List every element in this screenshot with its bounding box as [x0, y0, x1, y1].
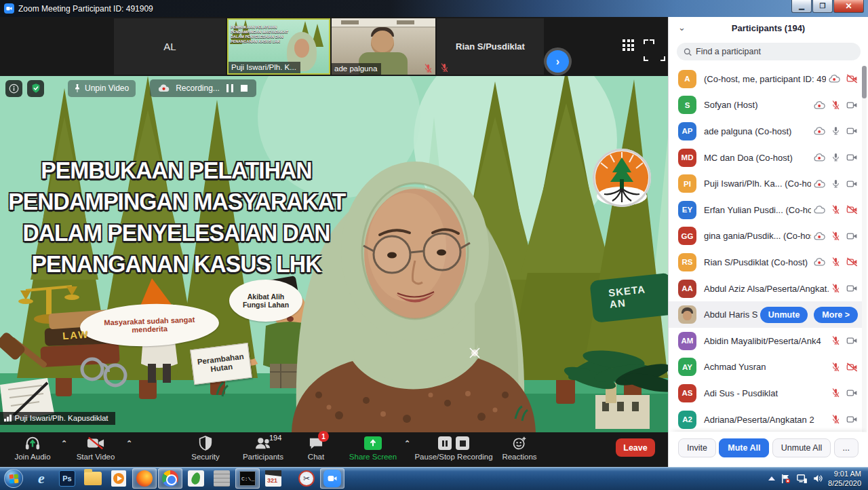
video-options-caret[interactable]: ⌃ [126, 439, 132, 448]
more-options-button[interactable]: ... [834, 438, 859, 457]
unmute-all-button[interactable]: Unmute All [772, 438, 831, 457]
fullscreen-icon[interactable] [644, 39, 654, 50]
share-options-caret[interactable]: ⌃ [404, 439, 410, 448]
invite-button[interactable]: Invite [678, 438, 716, 457]
participant-row[interactable]: A2Adriana/Peserta/Angkatan 2 [669, 407, 863, 432]
mic-icon [831, 126, 840, 136]
filmstrip-tile-puji[interactable]: PEMBUKAAN PELATIHANPENDAMPINGAN MASYARAK… [227, 18, 330, 75]
taskbar-snipping-tool-icon[interactable]: ✂ [294, 468, 319, 489]
taskbar-media-player-classic-icon[interactable]: 321 [261, 468, 285, 489]
camera-off-icon [87, 435, 104, 451]
participant-list-scrollbar[interactable] [862, 66, 867, 432]
unmute-button[interactable]: Unmute [760, 307, 808, 323]
pause-stop-recording-button[interactable]: Pause/Stop Recording [411, 435, 496, 461]
encryption-shield-icon[interactable] [27, 80, 44, 97]
stop-recording-icon[interactable] [240, 84, 248, 92]
taskbar-bricks-app-icon[interactable] [210, 468, 234, 489]
participant-name: Abdul Aziz Alsa/Peserta/Angkat... [704, 284, 829, 294]
cloud-recording-icon [814, 257, 825, 267]
reactions-button[interactable]: Reactions [499, 435, 540, 461]
participant-row[interactable]: SSofyan (Host) [669, 92, 863, 119]
mute-all-button[interactable]: Mute All [719, 438, 769, 457]
close-button[interactable]: ✕ [833, 0, 864, 13]
meeting-info-button[interactable] [5, 80, 22, 97]
signal-strength-icon [4, 415, 12, 421]
security-button[interactable]: Security [184, 435, 226, 461]
window-title: Zoom Meeting Participant ID: 491909 [18, 4, 153, 14]
stop-recording-icon [456, 436, 469, 450]
muted-mic-icon [831, 204, 840, 215]
chat-button[interactable]: 1 Chat [301, 435, 331, 461]
protest-sign: Perambahan Hutan [190, 343, 252, 385]
start-button[interactable] [4, 469, 23, 488]
sketa-label: SKETAAN [608, 283, 647, 310]
network-icon[interactable] [796, 474, 807, 483]
action-center-flag-icon[interactable] [781, 474, 791, 484]
taskbar-internet-explorer-icon[interactable]: e [29, 468, 54, 489]
avatar: AY [678, 358, 696, 376]
participant-name: (Co-host, me, participant ID: 4919 [704, 74, 826, 84]
share-screen-button[interactable]: Share Screen [346, 435, 400, 461]
audio-options-caret[interactable]: ⌃ [61, 439, 67, 448]
participant-row[interactable]: AYAchmad Yusran [669, 354, 863, 381]
participant-row[interactable]: ASAdi Sus - Pusdiklat [669, 380, 863, 407]
camera-icon [846, 284, 858, 293]
taskbar-coreldraw-icon[interactable] [184, 468, 208, 489]
join-audio-button[interactable]: Join Audio [7, 435, 58, 461]
camera-off-icon [846, 74, 858, 83]
taskbar-media-player-icon[interactable] [106, 468, 131, 489]
participant-row[interactable]: EYErfan Yulian Pusdi... (Co-host) [669, 197, 863, 223]
search-input[interactable] [696, 47, 854, 56]
pin-icon [73, 83, 81, 93]
participant-name: Sofyan (Host) [704, 100, 811, 110]
chevron-down-icon[interactable]: ⌄ [678, 22, 686, 33]
taskbar-chrome-icon[interactable] [158, 468, 182, 489]
participant-row[interactable]: A(Co-host, me, participant ID: 4919 [669, 66, 863, 92]
taskbar-file-explorer-icon[interactable] [81, 468, 105, 489]
filmstrip-tile-rian[interactable]: Rian S/Pusdiklat [437, 18, 544, 75]
camera-icon [846, 415, 858, 424]
taskbar-photoshop-icon[interactable]: Ps [55, 468, 79, 489]
participants-button[interactable]: 194 Participants [236, 435, 290, 461]
taskbar-command-prompt-icon[interactable]: C:\_ [235, 468, 260, 489]
chat-bubble-icon: 1 [309, 435, 323, 451]
unpin-video-button[interactable]: Unpin Video [68, 80, 136, 97]
participant-row[interactable]: AAAbdul Aziz Alsa/Peserta/Angkat... [669, 276, 863, 302]
avatar: A [678, 70, 696, 88]
gallery-view-icon[interactable] [623, 39, 634, 51]
more-button[interactable]: More > [814, 307, 858, 323]
participants-count: 194 [269, 434, 281, 442]
next-page-arrow-button[interactable]: › [547, 50, 569, 73]
participant-row[interactable]: MDMC dan Doa (Co-host) [669, 145, 863, 171]
main-video-area: PEMBUKAAN PELATIHANPENDAMPINGAN MASYARAK… [0, 76, 668, 432]
participant-name: Achmad Yusran [704, 362, 829, 372]
participant-name: Rian S/Pusdiklat [437, 18, 544, 75]
participant-row[interactable]: Abdul Haris Se...UnmuteMore > [669, 301, 863, 328]
participant-row[interactable]: RSRian S/Pusdiklat (Co-host) [669, 249, 863, 276]
taskbar-zoom-icon[interactable] [320, 468, 344, 489]
leave-button[interactable]: Leave [616, 438, 655, 457]
taskbar-firefox-icon[interactable] [132, 468, 157, 489]
participant-row[interactable]: AMAbidin Mayalibit/Peserta/Ank4 [669, 328, 863, 354]
filmstrip-tile-al[interactable]: AL [114, 18, 226, 75]
minimize-button[interactable]: ▁ [791, 0, 812, 13]
pause-recording-icon[interactable] [226, 84, 234, 92]
camera-off-icon [846, 205, 858, 214]
avatar: A2 [678, 411, 696, 429]
participant-row[interactable]: APade palguna (Co-host) [669, 118, 863, 145]
reactions-smiley-icon [512, 435, 527, 451]
muted-mic-icon [424, 63, 433, 74]
participants-panel-title: Participants (194) [669, 23, 868, 33]
participant-row[interactable]: GGgina gania/Pusdik... (Co-host) [669, 223, 863, 250]
tile-name-label: ade palguna [332, 63, 381, 75]
restore-button[interactable]: ❐ [812, 0, 833, 13]
volume-icon[interactable] [812, 474, 823, 483]
filmstrip-tile-ade[interactable]: ade palguna [332, 18, 435, 75]
participant-search[interactable] [677, 43, 861, 60]
participant-row[interactable]: PIPuji Iswari/Plh. Ka... (Co-host) [669, 170, 863, 197]
start-video-button[interactable]: Start Video [71, 435, 121, 461]
tray-show-hidden-icons[interactable] [768, 476, 775, 480]
camera-icon [846, 388, 858, 398]
scrollbar-thumb[interactable] [862, 66, 867, 98]
taskbar-clock[interactable]: 9:01 AM 8/25/2020 [828, 469, 865, 489]
